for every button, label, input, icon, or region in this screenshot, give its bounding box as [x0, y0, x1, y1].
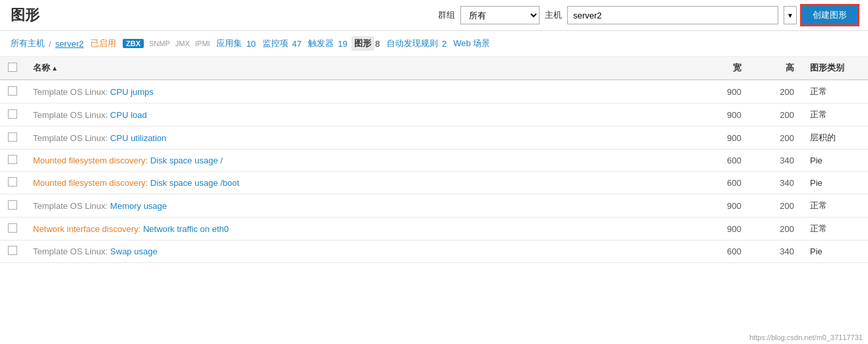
tab-items[interactable]: 监控项 47 [260, 36, 301, 51]
row-name-cell: Template OS Linux: CPU load [25, 103, 697, 127]
row-width-cell: 600 [697, 150, 749, 172]
row-name-cell: Network interface discovery: Network tra… [25, 217, 697, 241]
row-prefix[interactable]: Template OS Linux: [33, 133, 108, 143]
tab-discovery[interactable]: 自动发现规则 2 [384, 36, 447, 51]
row-prefix[interactable]: Template OS Linux: [33, 246, 108, 256]
row-checkbox-cell[interactable] [0, 217, 25, 241]
tab-web[interactable]: Web 场景 [450, 36, 493, 51]
table-row: Mounted filesystem discovery: Disk space… [0, 150, 868, 172]
row-checkbox[interactable] [8, 223, 17, 233]
row-graph-link[interactable]: Disk space usage /boot [150, 178, 239, 188]
col-width-header[interactable]: 宽 [697, 57, 749, 80]
row-width-cell: 900 [697, 194, 749, 217]
create-graph-button[interactable]: 创建图形 [802, 6, 857, 24]
table-row: Template OS Linux: Memory usage 900 200 … [0, 194, 868, 217]
table-row: Template OS Linux: CPU utilization 900 2… [0, 127, 868, 150]
row-width-cell: 600 [697, 172, 749, 194]
row-checkbox[interactable] [8, 246, 17, 255]
row-prefix[interactable]: Network interface discovery: [33, 224, 140, 234]
page-title: 图形 [11, 5, 63, 25]
row-height-cell: 200 [749, 127, 802, 150]
row-type-cell: 正常 [802, 80, 868, 103]
row-prefix[interactable]: Template OS Linux: [33, 87, 108, 97]
group-select[interactable]: 所有 [460, 6, 540, 24]
col-type-header: 图形类别 [802, 57, 868, 80]
badge-ipmi: IPMI [195, 40, 210, 47]
sort-arrow-name: ▲ [51, 65, 58, 72]
row-checkbox[interactable] [8, 109, 17, 119]
row-type-cell: Pie [802, 241, 868, 263]
row-graph-link[interactable]: CPU jumps [110, 87, 154, 97]
filter-group: 群组 所有 主机 ▼ 创建图形 [438, 6, 857, 24]
col-height-header[interactable]: 高 [749, 57, 802, 80]
row-prefix[interactable]: Mounted filesystem discovery: [33, 178, 148, 188]
host-input[interactable] [567, 6, 778, 24]
row-prefix[interactable]: Mounted filesystem discovery: [33, 156, 148, 165]
table-row: Template OS Linux: CPU jumps 900 200 正常 [0, 80, 868, 103]
table-row: Template OS Linux: CPU load 900 200 正常 [0, 103, 868, 127]
row-name-cell: Template OS Linux: Memory usage [25, 194, 697, 217]
row-graph-link[interactable]: Disk space usage / [150, 156, 223, 165]
row-prefix[interactable]: Template OS Linux: [33, 110, 108, 120]
row-type-cell: 正常 [802, 103, 868, 127]
row-checkbox-cell[interactable] [0, 80, 25, 103]
host-label: 主机 [545, 9, 562, 21]
row-height-cell: 340 [749, 172, 802, 194]
row-checkbox[interactable] [8, 155, 17, 164]
row-graph-link[interactable]: Network traffic on eth0 [143, 224, 229, 234]
breadcrumb-host[interactable]: server2 [55, 39, 84, 49]
top-bar: 图形 群组 所有 主机 ▼ 创建图形 [0, 0, 868, 31]
row-name-cell: Mounted filesystem discovery: Disk space… [25, 172, 697, 194]
row-checkbox[interactable] [8, 177, 17, 186]
select-all-checkbox[interactable] [8, 63, 17, 72]
tab-triggers[interactable]: 触发器 19 [305, 36, 347, 51]
row-name-cell: Template OS Linux: CPU utilization [25, 127, 697, 150]
row-prefix[interactable]: Template OS Linux: [33, 201, 108, 211]
row-type-cell: Pie [802, 172, 868, 194]
row-width-cell: 900 [697, 103, 749, 127]
row-graph-link[interactable]: CPU load [110, 110, 147, 120]
row-height-cell: 200 [749, 217, 802, 241]
badge-snmp: SNMP [149, 40, 170, 47]
breadcrumb-all-hosts[interactable]: 所有主机 [11, 38, 45, 49]
row-checkbox[interactable] [8, 200, 17, 210]
breadcrumb-sep1: / [49, 39, 51, 49]
status-enabled[interactable]: 已启用 [88, 36, 119, 51]
tab-applications[interactable]: 应用集 10 [214, 36, 255, 51]
row-height-cell: 340 [749, 241, 802, 263]
row-type-cell: 正常 [802, 194, 868, 217]
row-checkbox-cell[interactable] [0, 150, 25, 172]
graphs-table-wrapper: 名称▲ 宽 高 图形类别 Template OS Linux: CPU jump… [0, 57, 868, 263]
row-type-cell: 层积的 [802, 127, 868, 150]
table-row: Mounted filesystem discovery: Disk space… [0, 172, 868, 194]
row-checkbox-cell[interactable] [0, 172, 25, 194]
select-all-header[interactable] [0, 57, 25, 80]
tab-graphs[interactable]: 图形 8 [352, 36, 380, 51]
row-checkbox[interactable] [8, 132, 17, 142]
row-checkbox[interactable] [8, 86, 17, 96]
row-height-cell: 200 [749, 194, 802, 217]
row-height-cell: 340 [749, 150, 802, 172]
row-graph-link[interactable]: Swap usage [110, 246, 158, 256]
breadcrumb-bar: 所有主机 / server2 已启用 ZBX SNMP JMX IPMI 应用集… [0, 31, 868, 57]
row-name-cell: Mounted filesystem discovery: Disk space… [25, 150, 697, 172]
row-width-cell: 600 [697, 241, 749, 263]
host-dropdown-button[interactable]: ▼ [784, 6, 797, 24]
row-checkbox-cell[interactable] [0, 103, 25, 127]
row-checkbox-cell[interactable] [0, 194, 25, 217]
table-row: Network interface discovery: Network tra… [0, 217, 868, 241]
row-name-cell: Template OS Linux: Swap usage [25, 241, 697, 263]
row-type-cell: Pie [802, 150, 868, 172]
row-name-cell: Template OS Linux: CPU jumps [25, 80, 697, 103]
badge-zbx: ZBX [123, 39, 144, 48]
table-header-row: 名称▲ 宽 高 图形类别 [0, 57, 868, 80]
row-graph-link[interactable]: CPU utilization [110, 133, 166, 143]
row-graph-link[interactable]: Memory usage [110, 201, 167, 211]
row-checkbox-cell[interactable] [0, 127, 25, 150]
row-width-cell: 900 [697, 217, 749, 241]
col-name-header[interactable]: 名称▲ [25, 57, 697, 80]
badge-jmx: JMX [175, 40, 190, 47]
table-row: Template OS Linux: Swap usage 600 340 Pi… [0, 241, 868, 263]
row-type-cell: 正常 [802, 217, 868, 241]
row-checkbox-cell[interactable] [0, 241, 25, 263]
